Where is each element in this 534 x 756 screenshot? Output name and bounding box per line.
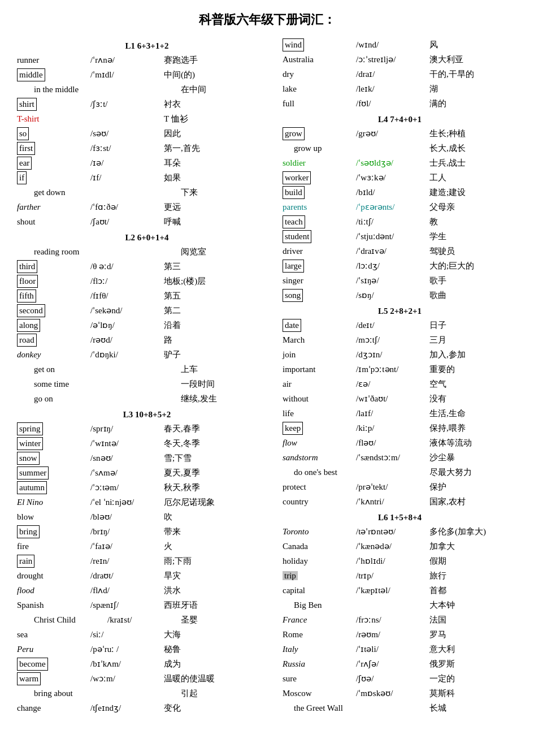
list-item: Canada /ˈkænədə/ 加拿大: [283, 539, 517, 553]
word: Canada: [283, 539, 356, 553]
word: change: [17, 701, 90, 715]
meaning: 教: [429, 215, 517, 228]
word: do one's best: [283, 465, 356, 479]
phonetic: /ɪmˈpɔːtənt/: [356, 362, 429, 376]
list-item: flow /fləʊ/ 液体等流动: [283, 436, 517, 450]
word: join: [283, 348, 356, 361]
list-item: trip /trɪp/ 旅行: [283, 569, 517, 582]
list-item: road /rəʊd/ 路: [17, 333, 277, 347]
meaning: 罗马: [429, 628, 517, 641]
word: date: [283, 318, 356, 332]
list-item: summer /ˈsʌmə/ 夏天,夏季: [17, 466, 277, 479]
meaning: 雨;下雨: [164, 554, 277, 568]
phonetic: /ˈdɒŋki/: [90, 348, 164, 361]
list-item: air /ɛə/ 空气: [283, 377, 517, 391]
meaning: 上车: [181, 362, 277, 376]
meaning: 耳朵: [164, 156, 277, 170]
list-item: get down 下来: [17, 185, 277, 199]
phonetic: /wɪˈðaʊt/: [356, 392, 429, 405]
word: road: [17, 333, 90, 347]
phonetic: /fɪfθ/: [90, 289, 164, 303]
list-item: sandstorm /ˈsændstɔːm/ 沙尘暴: [283, 451, 517, 464]
word: full: [283, 97, 356, 110]
list-item: first /fɜːst/ 第一,首先: [17, 141, 277, 155]
word: second: [17, 304, 90, 317]
phonetic: /ˈpɛərənts/: [356, 200, 429, 214]
meaning: 圣婴: [181, 613, 277, 627]
meaning: 因此: [164, 127, 277, 140]
phonetic: /ˈwɪntə/: [90, 437, 164, 450]
word: Australia: [283, 53, 356, 66]
list-item: T-shirt T 恤衫: [17, 112, 277, 126]
list-item: soldier /ˈsəʊldʒə/ 士兵,战士: [283, 156, 517, 170]
word: if: [17, 171, 90, 184]
meaning: 歌手: [429, 274, 517, 287]
phonetic: /sɒŋ/: [356, 288, 429, 302]
phonetic: /ˈstjuːdənt/: [356, 230, 429, 243]
meaning: 重要的: [429, 362, 517, 376]
phonetic: /ˈsɪŋə/: [356, 274, 429, 287]
phonetic: /bləʊ/: [90, 510, 164, 524]
meaning: 厄尔尼诺现象: [164, 495, 277, 509]
phonetic: /lɔːdʒ/: [356, 259, 429, 273]
list-item: winter /ˈwɪntə/ 冬天,冬季: [17, 437, 277, 450]
list-item: become /bɪˈkʌm/ 成为: [17, 657, 277, 671]
page-title: 科普版六年级下册词汇：: [17, 11, 517, 28]
phonetic: /ɪf/: [90, 171, 164, 184]
word: keep: [283, 421, 356, 435]
list-item: Rome /rəʊm/ 罗马: [283, 628, 517, 641]
meaning: 第一,首先: [164, 141, 277, 155]
meaning: 俄罗斯: [429, 657, 517, 671]
phonetic: /bɪˈkʌm/: [90, 657, 164, 671]
meaning: 地板;(楼)层: [164, 274, 277, 288]
list-item: change /tʃeɪndʒ/ 变化: [17, 701, 277, 715]
word: get on: [34, 362, 107, 376]
list-item: floor /flɔː/ 地板;(楼)层: [17, 274, 277, 288]
meaning: 学生: [429, 230, 517, 243]
list-item: holiday /ˈhɒlɪdi/ 假期: [283, 554, 517, 568]
phonetic: /tʃeɪndʒ/: [90, 701, 164, 715]
phonetic: /rəʊd/: [90, 333, 164, 347]
meaning: 西班牙语: [164, 598, 277, 612]
meaning: 加拿大: [429, 539, 517, 553]
meaning: 干的,干旱的: [429, 67, 517, 81]
meaning: 生活,生命: [429, 407, 517, 420]
phonetic: /ˈɔːtəm/: [90, 481, 164, 494]
list-item: Moscow /ˈmɒskəʊ/ 莫斯科: [283, 686, 517, 700]
meaning: 长城: [429, 701, 517, 715]
phonetic: /θ əːd/: [90, 260, 164, 273]
word: winter: [17, 437, 90, 450]
phonetic: /laɪf/: [356, 407, 429, 420]
word: Russia: [283, 657, 356, 671]
word: flood: [17, 584, 90, 597]
meaning: 士兵,战士: [429, 156, 517, 170]
meaning: 带来: [164, 525, 277, 538]
list-item: important /ɪmˈpɔːtənt/ 重要的: [283, 362, 517, 376]
meaning: 沿着: [164, 318, 277, 332]
phonetic: /ˈrʌʃə/: [356, 657, 429, 671]
list-item: ear /ɪə/ 耳朵: [17, 156, 277, 170]
list-item: farther /ˈfɑːðə/ 更远: [17, 200, 277, 214]
phonetic: /ʃɜːt/: [90, 97, 164, 111]
phonetic: /ɔːˈstreɪljə/: [356, 53, 429, 66]
list-item: third /θ əːd/ 第三: [17, 260, 277, 273]
meaning: 保持,喂养: [429, 421, 517, 435]
list-item: protect /prəˈtekt/ 保护: [283, 480, 517, 494]
phonetic: /reɪn/: [90, 554, 164, 568]
word: without: [283, 392, 356, 405]
meaning: 没有: [429, 392, 517, 405]
meaning: 工人: [429, 171, 517, 184]
word: shirt: [17, 97, 90, 111]
word: ear: [17, 156, 90, 170]
phonetic: /pəˈruː /: [90, 642, 164, 656]
list-item: rain /reɪn/ 雨;下雨: [17, 554, 277, 568]
meaning: 夏天,夏季: [164, 466, 277, 479]
list-item: life /laɪf/ 生活,生命: [283, 407, 517, 420]
word: important: [283, 362, 356, 376]
list-item: fire /ˈfaɪə/ 火: [17, 539, 277, 553]
word: T-shirt: [17, 112, 90, 126]
word: rain: [17, 554, 90, 568]
list-item: snow /snəʊ/ 雪;下雪: [17, 451, 277, 465]
phonetic: /fʊl/: [356, 97, 429, 110]
meaning: 湖: [429, 82, 517, 96]
